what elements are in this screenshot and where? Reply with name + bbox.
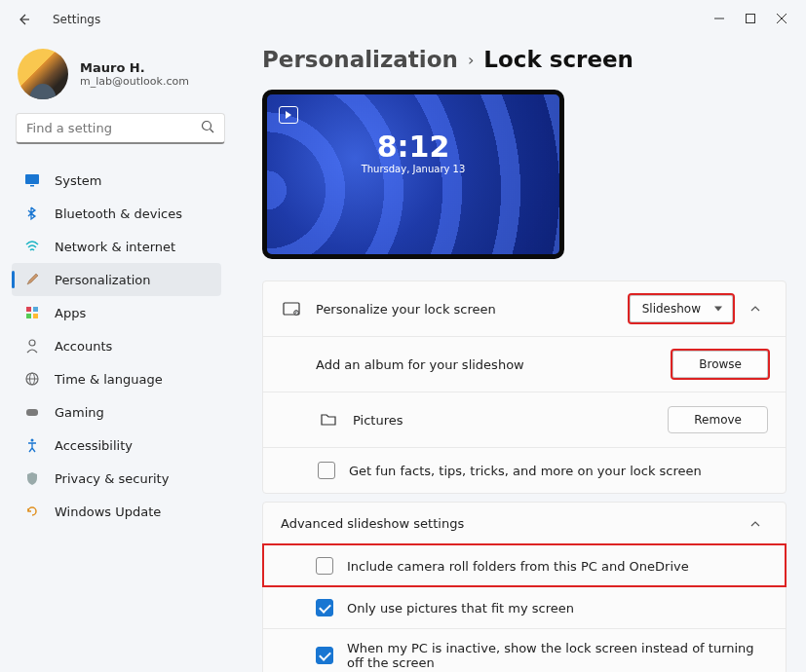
nav-label: Apps (55, 306, 86, 320)
profile-block[interactable]: Mauro H. m_lab@outlook.com (12, 49, 249, 113)
back-button[interactable] (14, 10, 33, 29)
sidebar-item-privacy[interactable]: Privacy & security (12, 462, 221, 495)
slideshow-play-icon (279, 106, 298, 124)
chevron-right-icon: › (468, 51, 474, 69)
nav-label: Windows Update (55, 504, 161, 519)
svg-point-17 (31, 439, 34, 442)
minimize-button[interactable] (714, 14, 724, 25)
camera-roll-label: Include camera roll folders from this PC… (347, 559, 689, 574)
svg-rect-7 (30, 185, 34, 187)
sidebar-item-system[interactable]: System (12, 164, 221, 197)
nav-label: Time & language (55, 372, 163, 387)
wifi-icon (23, 238, 41, 255)
nav-label: Accounts (55, 339, 112, 354)
search-box[interactable] (16, 113, 225, 144)
sidebar-item-network[interactable]: Network & internet (12, 230, 221, 263)
album-name: Pictures (353, 413, 668, 428)
shield-icon (23, 469, 41, 487)
gamepad-icon (23, 403, 41, 421)
profile-name: Mauro H. (80, 60, 189, 75)
advanced-header: Advanced slideshow settings (281, 516, 733, 531)
search-icon (201, 120, 214, 136)
svg-rect-11 (33, 314, 38, 318)
breadcrumb: Personalization › Lock screen (262, 47, 787, 72)
expand-button[interactable] (743, 303, 768, 315)
nav-label: Gaming (55, 405, 104, 420)
advanced-slideshow-card: Advanced slideshow settings Include came… (262, 502, 787, 672)
breadcrumb-parent[interactable]: Personalization (262, 47, 458, 72)
svg-rect-9 (33, 307, 38, 312)
breadcrumb-current: Lock screen (483, 47, 633, 72)
nav-label: Privacy & security (55, 471, 169, 486)
sidebar-item-bluetooth[interactable]: Bluetooth & devices (12, 197, 221, 230)
paintbrush-icon (23, 271, 41, 288)
nav-list: System Bluetooth & devices Network & int… (12, 164, 249, 528)
image-icon (281, 300, 302, 317)
titlebar: Settings (0, 0, 806, 39)
globe-icon (23, 370, 41, 388)
funfacts-label: Get fun facts, tips, tricks, and more on… (349, 464, 768, 478)
inactive-checkbox[interactable] (316, 647, 333, 664)
funfacts-checkbox[interactable] (318, 462, 335, 479)
search-input[interactable] (26, 121, 201, 135)
accessibility-icon (23, 436, 41, 454)
apps-icon (23, 304, 41, 321)
svg-point-12 (29, 340, 35, 346)
display-icon (23, 171, 41, 189)
preview-date: Thursday, January 13 (267, 164, 559, 174)
collapse-button[interactable] (743, 518, 768, 530)
add-album-label: Add an album for your slideshow (316, 357, 672, 372)
fit-screen-checkbox[interactable] (316, 599, 333, 616)
sidebar: Mauro H. m_lab@outlook.com System Blueto… (0, 39, 249, 672)
window-title: Settings (53, 13, 100, 26)
browse-button[interactable]: Browse (672, 351, 768, 378)
svg-rect-16 (26, 409, 38, 416)
maximize-button[interactable] (746, 14, 755, 25)
nav-label: Bluetooth & devices (55, 206, 182, 221)
folder-icon (318, 412, 339, 428)
camera-roll-row: Include camera roll folders from this PC… (263, 544, 786, 586)
inactive-label: When my PC is inactive, show the lock sc… (347, 641, 768, 670)
sidebar-item-accessibility[interactable]: Accessibility (12, 429, 221, 462)
svg-rect-1 (747, 15, 755, 23)
fit-screen-label: Only use pictures that fit my screen (347, 601, 574, 616)
profile-email: m_lab@outlook.com (80, 75, 189, 88)
preview-time: 8:12 (267, 130, 559, 164)
personalize-dropdown[interactable]: Slideshow (630, 295, 733, 322)
personalize-label: Personalize your lock screen (316, 302, 630, 317)
personalize-lockscreen-card: Personalize your lock screen Slideshow A… (262, 280, 787, 494)
close-button[interactable] (777, 14, 787, 25)
nav-label: Personalization (55, 273, 151, 287)
main-content: Personalization › Lock screen 8:12 Thurs… (249, 39, 806, 672)
sidebar-item-accounts[interactable]: Accounts (12, 329, 221, 362)
remove-button[interactable]: Remove (668, 406, 768, 433)
lockscreen-preview: 8:12 Thursday, January 13 (262, 90, 564, 259)
svg-rect-8 (26, 307, 31, 312)
camera-roll-checkbox[interactable] (316, 557, 333, 575)
update-icon (23, 503, 41, 520)
sidebar-item-gaming[interactable]: Gaming (12, 395, 221, 429)
svg-rect-10 (26, 314, 31, 318)
avatar (18, 49, 68, 99)
bluetooth-icon (23, 205, 41, 222)
svg-point-4 (203, 122, 211, 131)
nav-label: Accessibility (55, 438, 133, 453)
svg-rect-6 (25, 174, 39, 184)
nav-label: System (55, 173, 101, 188)
sidebar-item-personalization[interactable]: Personalization (12, 263, 221, 296)
person-icon (23, 337, 41, 355)
svg-line-5 (211, 130, 214, 133)
sidebar-item-time-language[interactable]: Time & language (12, 362, 221, 395)
sidebar-item-apps[interactable]: Apps (12, 296, 221, 329)
sidebar-item-windows-update[interactable]: Windows Update (12, 495, 221, 528)
nav-label: Network & internet (55, 240, 175, 254)
